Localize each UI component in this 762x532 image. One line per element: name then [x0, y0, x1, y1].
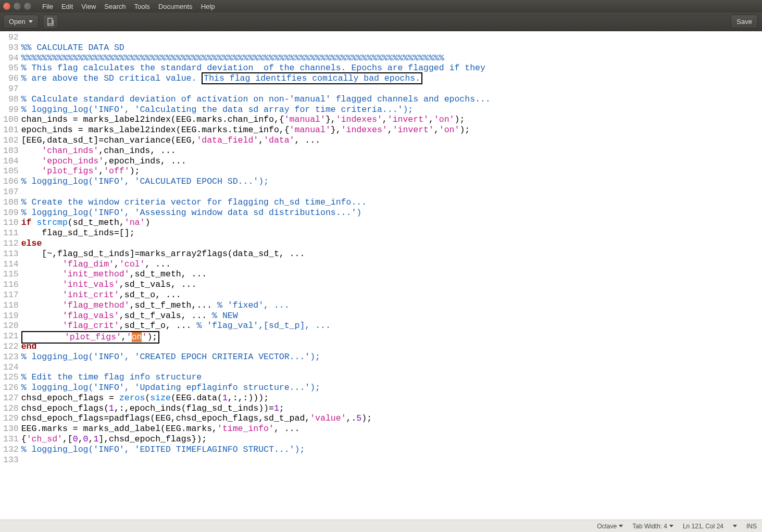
- code-line[interactable]: {'ch_sd',[0,0,1],chsd_epoch_flags});: [21, 434, 491, 445]
- code-line[interactable]: [EEG,data_sd_t]=chan_variance(EEG,'data_…: [21, 135, 491, 146]
- open-button[interactable]: Open: [3, 15, 39, 29]
- code-line[interactable]: [21, 187, 491, 197]
- menu-file[interactable]: File: [39, 2, 57, 11]
- menu-help[interactable]: Help: [197, 2, 219, 11]
- language-selector[interactable]: Octave: [597, 523, 623, 530]
- code-line[interactable]: flag_sd_t_inds=[];: [21, 228, 491, 238]
- code-line[interactable]: 'init_method',sd_t_meth, ...: [21, 269, 491, 280]
- code-line[interactable]: chsd_epoch_flags = zeros(size(EEG.data(1…: [21, 393, 491, 403]
- insert-mode[interactable]: INS: [746, 523, 757, 530]
- close-icon[interactable]: [3, 3, 10, 10]
- code-line[interactable]: % Create the window criteria vector for …: [21, 197, 491, 208]
- code-line[interactable]: EEG.marks = marks_add_label(EEG.marks,'t…: [21, 424, 491, 434]
- code-line[interactable]: % Edit the time flag info structure: [21, 372, 491, 383]
- code-line[interactable]: 'flag_dim','col', ...: [21, 259, 491, 270]
- document-icon: [46, 18, 55, 26]
- cursor-position: Ln 121, Col 24: [683, 523, 723, 530]
- statusbar: Octave Tab Width: 4 Ln 121, Col 24 INS: [0, 520, 762, 532]
- code-line[interactable]: % Calculate standard deviation of activa…: [21, 94, 491, 105]
- code-line[interactable]: [21, 362, 491, 373]
- code-line[interactable]: % logging_log('INFO', 'Updating epflagin…: [21, 383, 491, 393]
- code-line[interactable]: 'epoch_inds',epoch_inds, ...: [21, 156, 491, 167]
- tab-width-label: Tab Width: 4: [632, 523, 667, 530]
- code-line[interactable]: % logging_log('INFO', 'Calculating the d…: [21, 105, 491, 115]
- code-line[interactable]: [21, 32, 491, 43]
- code-line[interactable]: chsd_epoch_flags=padflags(EEG,chsd_epoch…: [21, 413, 491, 424]
- toolbar: Open Save: [0, 12, 762, 31]
- save-button-label: Save: [736, 18, 752, 26]
- code-line[interactable]: %% CALCULATE DATA SD: [21, 43, 491, 53]
- tab-width-selector[interactable]: Tab Width: 4: [632, 523, 673, 530]
- code-line[interactable]: 'init_vals',sd_t_vals, ...: [21, 280, 491, 290]
- save-button[interactable]: Save: [731, 15, 758, 29]
- svg-rect-0: [48, 18, 52, 24]
- code-line[interactable]: 'plot_figs','off');: [21, 166, 491, 176]
- chevron-down-icon: [619, 525, 623, 527]
- code-line[interactable]: chsd_epoch_flags(1,:,epoch_inds(flag_sd_…: [21, 403, 491, 414]
- window-controls: [3, 3, 31, 10]
- code-line[interactable]: [~,flag_sd_t_inds]=marks_array2flags(dat…: [21, 249, 491, 259]
- menu-view[interactable]: View: [78, 2, 99, 11]
- editor[interactable]: 9293949596979899100101102103104105106107…: [0, 31, 762, 520]
- code-line[interactable]: chan_inds = marks_label2index(EEG.marks.…: [21, 115, 491, 125]
- menubar: FileEditViewSearchToolsDocumentsHelp: [39, 2, 218, 11]
- code-line[interactable]: % logging_log('INFO', 'Assessing window …: [21, 208, 491, 218]
- chevron-down-icon: [29, 20, 33, 23]
- chevron-down-icon: [669, 525, 673, 527]
- minimize-icon[interactable]: [14, 3, 21, 10]
- code-line[interactable]: [21, 84, 491, 94]
- code-line[interactable]: 'init_crit',sd_t_o, ...: [21, 290, 491, 300]
- chevron-down-icon[interactable]: [733, 525, 737, 527]
- code-line[interactable]: 'flag_crit',sd_t_f_o, ... % 'flag_val',[…: [21, 321, 491, 331]
- code-line[interactable]: % logging_log('INFO', 'CREATED EPOCH CRI…: [21, 352, 491, 362]
- code-line[interactable]: % are above the SD critical value. This …: [21, 73, 491, 84]
- recent-button[interactable]: [43, 15, 58, 29]
- code-line[interactable]: 'chan_inds',chan_inds, ...: [21, 146, 491, 156]
- maximize-icon[interactable]: [24, 3, 31, 10]
- code-line[interactable]: % logging_log('INFO', 'EDITED TIMEFLAGIN…: [21, 445, 491, 455]
- code-line[interactable]: [21, 455, 491, 465]
- code-line[interactable]: if strcmp(sd_t_meth,'na'): [21, 218, 491, 228]
- line-number-gutter: 9293949596979899100101102103104105106107…: [0, 31, 20, 520]
- menu-documents[interactable]: Documents: [155, 2, 196, 11]
- code-line[interactable]: else: [21, 238, 491, 249]
- menu-search[interactable]: Search: [101, 2, 129, 11]
- menu-edit[interactable]: Edit: [58, 2, 77, 11]
- language-label: Octave: [597, 523, 617, 530]
- code-line[interactable]: %%%%%%%%%%%%%%%%%%%%%%%%%%%%%%%%%%%%%%%%…: [21, 53, 491, 64]
- menu-tools[interactable]: Tools: [131, 2, 154, 11]
- code-line[interactable]: 'plot_figs','on');: [21, 331, 491, 341]
- code-content[interactable]: %% CALCULATE DATA SD%%%%%%%%%%%%%%%%%%%%…: [20, 31, 491, 520]
- titlebar: FileEditViewSearchToolsDocumentsHelp: [0, 0, 762, 12]
- code-line[interactable]: epoch_inds = marks_label2index(EEG.marks…: [21, 125, 491, 135]
- code-line[interactable]: 'flag_method',sd_t_f_meth,... % 'fixed',…: [21, 300, 491, 311]
- code-line[interactable]: 'flag_vals',sd_t_f_vals, ... % NEW: [21, 311, 491, 321]
- code-line[interactable]: % logging_log('INFO', 'CALCULATED EPOCH …: [21, 176, 491, 187]
- open-button-label: Open: [9, 18, 26, 26]
